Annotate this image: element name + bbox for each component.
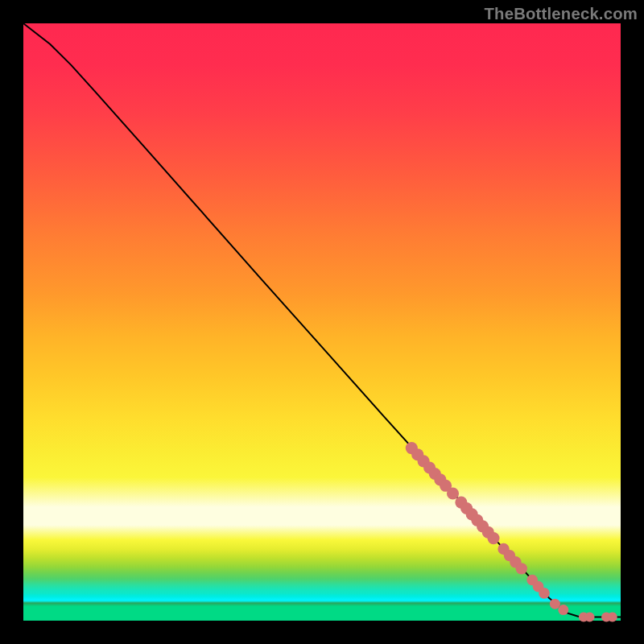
plot-area [23, 23, 621, 621]
watermark-text: TheBottleneck.com [485, 5, 638, 23]
chart-stage: TheBottleneck.com [0, 0, 644, 644]
